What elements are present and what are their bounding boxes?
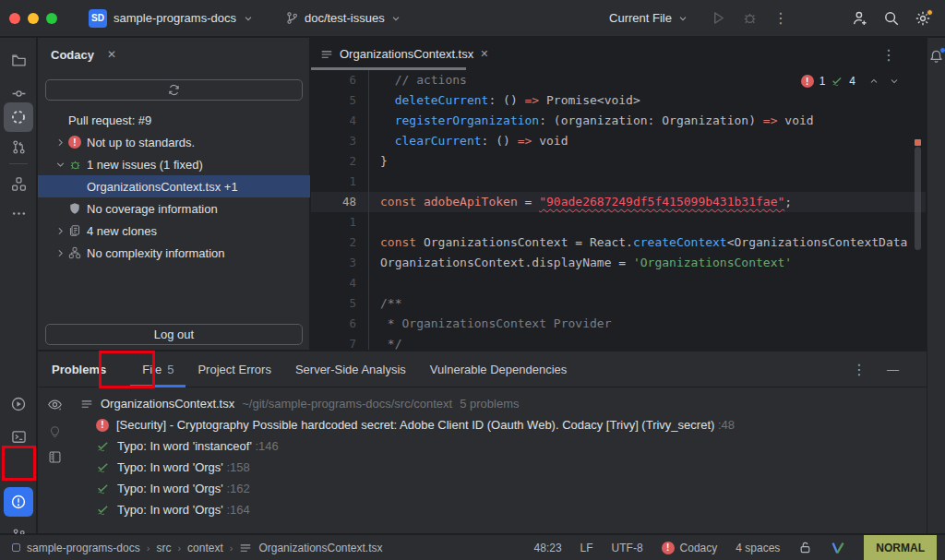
terminal-tool-button[interactable] bbox=[4, 422, 33, 451]
problems-tab-project-errors[interactable]: Project Errors bbox=[185, 351, 282, 387]
close-panel-icon[interactable]: ✕ bbox=[107, 48, 116, 61]
code-line[interactable]: 4 registerOrganization: (organization: O… bbox=[311, 111, 926, 131]
code-line[interactable]: 2const OrganizationsContext = React.crea… bbox=[311, 232, 926, 253]
caret-position-widget[interactable]: 48:23 bbox=[534, 542, 562, 554]
encoding-widget[interactable]: UTF-8 bbox=[612, 542, 643, 554]
code-area[interactable]: 6 // actions5 deleteCurrent: () => Promi… bbox=[311, 70, 926, 350]
editor-tab[interactable]: OrganizationsContext.tsx ✕ bbox=[311, 38, 499, 70]
problem-row[interactable]: Typo: In word 'Orgs' :158 bbox=[71, 457, 925, 478]
codacy-tool-button[interactable] bbox=[4, 102, 33, 132]
problem-row[interactable]: ![Security] - Cryptography Possible hard… bbox=[71, 414, 925, 435]
problem-line-number: :164 bbox=[223, 503, 250, 517]
codacy-tree-item[interactable]: Pull request: #9 bbox=[38, 109, 310, 131]
run-tool-button[interactable] bbox=[4, 389, 33, 419]
notifications-bell-icon[interactable] bbox=[928, 49, 945, 66]
code-line[interactable]: 6 * OrganizationsContext Provider bbox=[311, 314, 926, 334]
problems-tool-button[interactable] bbox=[4, 487, 33, 517]
left-tool-window-stripe bbox=[0, 38, 37, 533]
view-options-eye-icon[interactable] bbox=[47, 397, 63, 412]
codacy-tree-item[interactable]: 4 new clones bbox=[38, 220, 310, 242]
problems-options-kebab[interactable]: ⋮ bbox=[852, 361, 867, 378]
branch-icon bbox=[285, 11, 299, 25]
run-configuration-selector[interactable]: Current File bbox=[609, 11, 688, 25]
inspections-widget[interactable]: ! 1 4 bbox=[801, 73, 900, 89]
run-button[interactable] bbox=[705, 6, 731, 31]
problem-line-number: :146 bbox=[252, 439, 279, 453]
vim-mode-badge[interactable]: NORMAL bbox=[864, 535, 937, 560]
code-line[interactable]: 5/** bbox=[311, 293, 926, 314]
code-line[interactable]: 1 bbox=[311, 172, 926, 192]
code-line[interactable]: 5 deleteCurrent: () => Promise<void> bbox=[311, 90, 926, 111]
line-content: /** bbox=[369, 293, 401, 314]
chevron-right-icon[interactable] bbox=[54, 247, 68, 259]
codacy-tree-item[interactable]: 1 new issues (1 fixed) bbox=[38, 153, 310, 175]
preview-source-icon[interactable] bbox=[48, 450, 62, 464]
problem-text: Typo: In word 'Orgs' bbox=[117, 503, 223, 517]
error-icon: ! bbox=[801, 75, 814, 88]
debug-button[interactable] bbox=[736, 6, 762, 31]
more-tool-windows-button[interactable] bbox=[4, 198, 33, 228]
line-number: 6 bbox=[311, 314, 369, 334]
editor-options-kebab[interactable]: ⋮ bbox=[881, 46, 896, 64]
line-number: 1 bbox=[311, 212, 369, 232]
lightbulb-icon[interactable] bbox=[48, 424, 62, 438]
editor-tab-bar: OrganizationsContext.tsx ✕ ⋮ bbox=[311, 38, 926, 70]
chevron-right-icon[interactable] bbox=[54, 225, 68, 237]
codacy-tree-item[interactable]: OrganizationsContext.tsx +1 bbox=[38, 175, 310, 197]
structure-tool-button[interactable] bbox=[4, 169, 33, 198]
more-actions-button[interactable]: ⋮ bbox=[768, 6, 794, 31]
zoom-window-button[interactable] bbox=[46, 13, 57, 24]
problems-tab-server-side-analysis[interactable]: Server-Side Analysis bbox=[283, 351, 418, 387]
breadcrumb-item[interactable]: OrganizationsContext.tsx bbox=[258, 542, 382, 554]
codacy-status-widget[interactable]: ! Codacy bbox=[662, 542, 718, 554]
project-tool-button[interactable] bbox=[4, 45, 33, 75]
add-user-button[interactable] bbox=[847, 6, 873, 31]
problem-text: Typo: In word 'Orgs' bbox=[117, 460, 223, 474]
codacy-tree-item[interactable]: No coverage information bbox=[38, 197, 310, 220]
line-number: 4 bbox=[311, 111, 369, 131]
next-problem-icon[interactable] bbox=[889, 76, 900, 87]
chevron-down-icon[interactable] bbox=[54, 159, 68, 171]
codacy-panel: Codacy ✕ Pull request: #9!Not up to stan… bbox=[38, 38, 310, 350]
close-tab-icon[interactable]: ✕ bbox=[480, 48, 488, 60]
codacy-tree-item[interactable]: No complexity information bbox=[38, 242, 310, 264]
code-line[interactable]: 2} bbox=[311, 151, 926, 172]
code-line[interactable]: 1 bbox=[311, 212, 926, 232]
module-icon bbox=[12, 543, 20, 552]
code-line[interactable]: 4 bbox=[311, 273, 926, 293]
line-number: 6 bbox=[311, 70, 369, 90]
refresh-button[interactable] bbox=[45, 79, 303, 101]
code-line[interactable]: 48const adobeApiToken = "90ade2687249df5… bbox=[311, 192, 926, 212]
indent-widget[interactable]: 4 spaces bbox=[736, 542, 780, 554]
tree-item-label: No coverage information bbox=[87, 202, 218, 216]
problems-tab-vulnerable-dependencies[interactable]: Vulnerable Dependencies bbox=[418, 351, 579, 387]
pull-requests-tool-button[interactable] bbox=[4, 132, 33, 161]
breadcrumb-item[interactable]: context bbox=[187, 542, 223, 554]
breadcrumb-item[interactable]: sample-programs-docs bbox=[27, 542, 140, 554]
lock-open-icon[interactable] bbox=[798, 541, 812, 554]
chevron-right-icon[interactable] bbox=[54, 137, 68, 149]
scrollbar-thumb[interactable] bbox=[915, 147, 921, 250]
code-line[interactable]: 7 */ bbox=[311, 334, 926, 350]
editor[interactable]: OrganizationsContext.tsx ✕ ⋮ 6 // action… bbox=[311, 38, 926, 350]
hide-panel-icon[interactable]: — bbox=[887, 363, 899, 376]
code-line[interactable]: 3 clearCurrent: () => void bbox=[311, 131, 926, 151]
line-separator-widget[interactable]: LF bbox=[580, 542, 593, 554]
close-window-button[interactable] bbox=[9, 13, 20, 24]
problem-row[interactable]: Typo: In word 'Orgs' :164 bbox=[71, 499, 925, 520]
codacy-tree-item[interactable]: !Not up to standards. bbox=[38, 131, 310, 153]
problems-tab-file[interactable]: File5 bbox=[130, 351, 185, 387]
project-widget[interactable]: SD sample-programs-docs bbox=[83, 6, 259, 31]
settings-button[interactable] bbox=[910, 6, 936, 31]
problem-row[interactable]: Typo: In word 'Orgs' :162 bbox=[71, 478, 925, 499]
vcs-branch-widget[interactable]: doc/test-issues bbox=[280, 7, 407, 29]
breadcrumb-item[interactable]: src bbox=[156, 542, 171, 554]
problem-row[interactable]: Typo: In word 'instanceof' :146 bbox=[71, 435, 925, 457]
search-everywhere-button[interactable] bbox=[879, 6, 904, 31]
code-line[interactable]: 3OrganizationsContext.displayName = 'Org… bbox=[311, 253, 926, 273]
logout-button[interactable]: Log out bbox=[45, 324, 303, 345]
minimize-window-button[interactable] bbox=[28, 13, 39, 24]
previous-problem-icon[interactable] bbox=[868, 76, 879, 87]
vim-icon[interactable] bbox=[831, 541, 845, 555]
problems-file-group-row[interactable]: OrganizationsContext.tsx~/git/sample-pro… bbox=[71, 393, 925, 414]
